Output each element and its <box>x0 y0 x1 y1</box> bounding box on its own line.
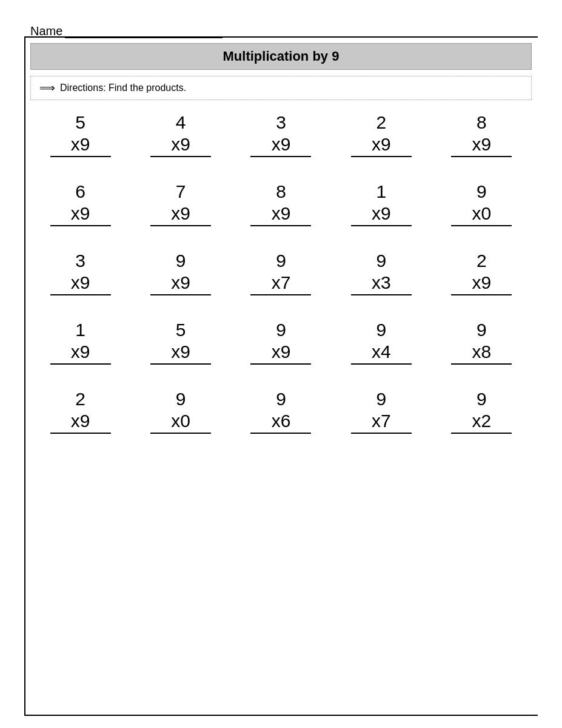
problem-top-number: 2 <box>477 251 487 271</box>
problem-multiplier: x9 <box>150 134 211 157</box>
problem-multiplier: x9 <box>50 272 111 295</box>
problem-4-4: 9x4 <box>351 320 412 365</box>
problem-4-5: 9x8 <box>451 320 512 365</box>
problem-5-4: 9x7 <box>351 389 412 434</box>
worksheet-title: Multiplication by 9 <box>30 43 532 70</box>
problem-top-number: 7 <box>176 181 186 202</box>
problem-1-2: 4x9 <box>150 112 211 157</box>
directions-text: Directions: Find the products. <box>60 83 186 93</box>
directions-box: ⟹ Directions: Find the products. <box>30 76 532 100</box>
problem-3-1: 3x9 <box>50 251 111 295</box>
problem-2-1: 6x9 <box>50 181 111 226</box>
problem-3-2: 9x9 <box>150 251 211 295</box>
top-border-line <box>24 36 538 38</box>
problem-top-number: 3 <box>276 112 286 133</box>
problem-multiplier: x0 <box>150 411 211 434</box>
problem-top-number: 8 <box>276 181 286 202</box>
problem-4-3: 9x9 <box>250 320 311 365</box>
problem-multiplier: x9 <box>250 134 311 157</box>
problem-multiplier: x3 <box>351 272 412 295</box>
problem-multiplier: x7 <box>250 272 311 295</box>
problem-multiplier: x9 <box>250 203 311 226</box>
problem-4-2: 5x9 <box>150 320 211 365</box>
name-row: Name <box>30 18 532 38</box>
problem-5-1: 2x9 <box>50 389 111 434</box>
problem-top-number: 9 <box>176 389 186 410</box>
problem-top-number: 9 <box>276 389 286 410</box>
problem-multiplier: x9 <box>351 203 412 226</box>
problem-top-number: 8 <box>477 112 487 133</box>
problem-top-number: 2 <box>75 389 85 410</box>
problem-top-number: 3 <box>75 251 85 271</box>
problem-multiplier: x9 <box>250 342 311 365</box>
problem-top-number: 1 <box>376 181 387 202</box>
problems-row-3: 3x99x99x79x32x9 <box>30 251 532 295</box>
problem-top-number: 9 <box>477 181 487 202</box>
problem-multiplier: x9 <box>50 134 111 157</box>
problem-multiplier: x7 <box>351 411 412 434</box>
problem-top-number: 9 <box>477 320 487 340</box>
arrow-icon: ⟹ <box>39 81 55 95</box>
problem-2-5: 9x0 <box>451 181 512 226</box>
problem-2-2: 7x9 <box>150 181 211 226</box>
problem-top-number: 9 <box>477 389 487 410</box>
problem-3-4: 9x3 <box>351 251 412 295</box>
problem-multiplier: x9 <box>150 203 211 226</box>
problem-top-number: 9 <box>276 251 286 271</box>
problem-multiplier: x8 <box>451 342 512 365</box>
problem-top-number: 4 <box>176 112 186 133</box>
problem-multiplier: x9 <box>50 203 111 226</box>
problem-2-4: 1x9 <box>351 181 412 226</box>
problem-multiplier: x2 <box>451 411 512 434</box>
problem-top-number: 9 <box>276 320 286 340</box>
problem-1-4: 2x9 <box>351 112 412 157</box>
problem-multiplier: x4 <box>351 342 412 365</box>
problem-multiplier: x9 <box>150 272 211 295</box>
problem-multiplier: x9 <box>451 134 512 157</box>
problem-1-1: 5x9 <box>50 112 111 157</box>
problem-4-1: 1x9 <box>50 320 111 365</box>
worksheet-page: Name Multiplication by 9 ⟹ Directions: F… <box>0 0 562 728</box>
problem-top-number: 9 <box>376 320 387 340</box>
problem-5-3: 9x6 <box>250 389 311 434</box>
problems-section: 5x94x93x92x98x96x97x98x91x99x03x99x99x79… <box>30 112 532 434</box>
problem-top-number: 1 <box>75 320 85 340</box>
problem-1-5: 8x9 <box>451 112 512 157</box>
problem-top-number: 5 <box>176 320 186 340</box>
problem-multiplier: x9 <box>50 411 111 434</box>
problems-row-5: 2x99x09x69x79x2 <box>30 389 532 434</box>
problems-row-4: 1x95x99x99x49x8 <box>30 320 532 365</box>
problem-1-3: 3x9 <box>250 112 311 157</box>
problem-3-3: 9x7 <box>250 251 311 295</box>
problem-top-number: 2 <box>376 112 387 133</box>
problem-5-5: 9x2 <box>451 389 512 434</box>
problem-multiplier: x6 <box>250 411 311 434</box>
problem-top-number: 6 <box>75 181 85 202</box>
problem-multiplier: x0 <box>451 203 512 226</box>
problem-5-2: 9x0 <box>150 389 211 434</box>
problem-top-number: 9 <box>376 389 387 410</box>
problems-row-1: 5x94x93x92x98x9 <box>30 112 532 157</box>
problem-multiplier: x9 <box>150 342 211 365</box>
problems-row-2: 6x97x98x91x99x0 <box>30 181 532 226</box>
problem-multiplier: x9 <box>451 272 512 295</box>
problem-2-3: 8x9 <box>250 181 311 226</box>
problem-multiplier: x9 <box>50 342 111 365</box>
problem-3-5: 2x9 <box>451 251 512 295</box>
problem-top-number: 9 <box>176 251 186 271</box>
problem-multiplier: x9 <box>351 134 412 157</box>
problem-top-number: 5 <box>75 112 85 133</box>
problem-top-number: 9 <box>376 251 387 271</box>
